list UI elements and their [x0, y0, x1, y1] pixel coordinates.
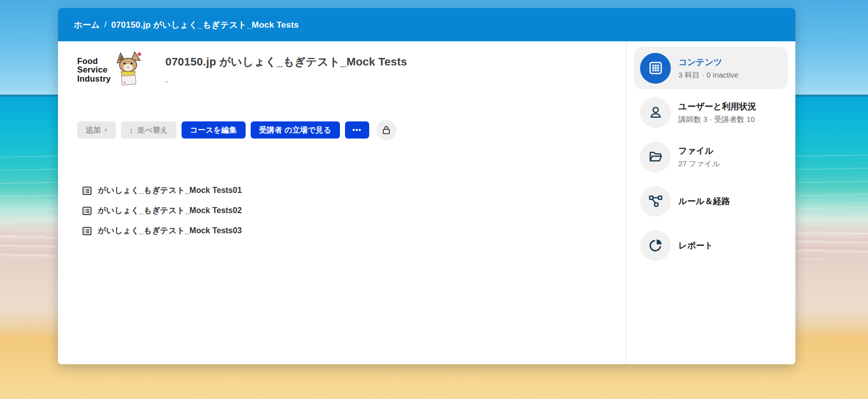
sidebar-item-subtext: 講師数 3 · 受講者数 10	[678, 115, 756, 124]
pie-chart-icon	[640, 230, 671, 261]
module-list: がいしょく_もぎテスト_Mock Tests01 がいしょく_もぎテスト_Moc…	[82, 180, 242, 241]
sidebar-item-label: ルール＆経路	[678, 195, 730, 207]
breadcrumb-home-link[interactable]: ホーム	[74, 19, 100, 31]
quiz-list-icon	[82, 186, 92, 195]
breadcrumb-current: 070150.jp がいしょく_もぎテスト_Mock Tests	[111, 19, 299, 31]
logo-line-2: Service	[77, 65, 111, 75]
sidebar-item-subtext: 3 科目 · 0 inactive	[678, 71, 738, 80]
sidebar-item-label: レポート	[678, 240, 713, 251]
sidebar-item-contents[interactable]: コンテンツ 3 科目 · 0 inactive	[634, 47, 788, 89]
course-logo-text: Food Service Industry	[77, 57, 111, 84]
sidebar-item-label: ファイル	[678, 145, 720, 157]
module-row[interactable]: がいしょく_もぎテスト_Mock Tests02	[82, 201, 242, 221]
course-header: Food Service Industry	[77, 53, 626, 87]
add-button-label: 追加	[86, 125, 101, 135]
course-title: 070150.jp がいしょく_もぎテスト_Mock Tests	[165, 54, 407, 70]
sort-button-label: 並べ替え	[137, 125, 168, 135]
sort-updown-icon: ↕	[130, 126, 134, 135]
sort-button[interactable]: ↕ 並べ替え	[121, 121, 177, 139]
ellipsis-icon: •••	[353, 126, 362, 134]
breadcrumb: ホーム / 070150.jp がいしょく_もぎテスト_Mock Tests	[58, 8, 795, 41]
breadcrumb-separator: /	[104, 20, 107, 30]
network-icon	[640, 186, 671, 217]
sidebar-item-subtext: 27 ファイル	[678, 159, 720, 169]
edit-course-button[interactable]: コースを編集	[182, 121, 246, 139]
logo-line-3: Industry	[77, 75, 111, 84]
view-as-learner-label: 受講者 の立場で見る	[259, 125, 331, 135]
quiz-list-icon	[82, 206, 92, 216]
lock-button[interactable]	[376, 120, 396, 140]
sidebar-item-users[interactable]: ユーザーと利用状況 講師数 3 · 受講者数 10	[634, 91, 788, 134]
sidebar-item-rules-paths[interactable]: ルール＆経路	[634, 180, 788, 222]
folder-icon	[640, 142, 671, 172]
view-as-learner-button[interactable]: 受講者 の立場で見る	[251, 121, 340, 139]
add-button[interactable]: 追加 ▾	[77, 121, 116, 139]
module-row[interactable]: がいしょく_もぎテスト_Mock Tests01	[82, 180, 242, 201]
sidebar-item-label: ユーザーと利用状況	[678, 101, 756, 112]
edit-course-label: コースを編集	[190, 125, 237, 135]
chevron-down-icon: ▾	[104, 127, 107, 134]
lock-icon	[381, 124, 392, 136]
module-row[interactable]: がいしょく_もぎテスト_Mock Tests03	[82, 221, 242, 241]
logo-line-1: Food	[77, 57, 111, 66]
module-title: がいしょく_もぎテスト_Mock Tests03	[98, 226, 242, 236]
course-logo: Food Service Industry	[77, 53, 144, 87]
course-title-block: 070150.jp がいしょく_もぎテスト_Mock Tests -	[165, 54, 407, 86]
course-toolbar: 追加 ▾ ↕ 並べ替え コースを編集 受講者 の立場で見る •••	[77, 120, 396, 140]
sidebar-item-label: コンテンツ	[678, 56, 738, 68]
course-main-panel: Food Service Industry	[58, 41, 626, 364]
course-sidebar: コンテンツ 3 科目 · 0 inactive ユーザーと利用状況 講師数 3 …	[626, 41, 795, 364]
module-title: がいしょく_もぎテスト_Mock Tests01	[98, 185, 242, 196]
user-icon	[640, 97, 671, 128]
mascot-image	[114, 51, 144, 87]
sidebar-item-reports[interactable]: レポート	[634, 224, 788, 267]
more-actions-button[interactable]: •••	[345, 121, 369, 139]
quiz-list-icon	[82, 226, 92, 236]
course-window: ホーム / 070150.jp がいしょく_もぎテスト_Mock Tests F…	[58, 8, 795, 364]
sidebar-item-files[interactable]: ファイル 27 ファイル	[634, 136, 788, 178]
course-description: -	[165, 78, 407, 86]
module-title: がいしょく_もぎテスト_Mock Tests02	[98, 206, 242, 216]
grid-icon	[640, 53, 671, 84]
